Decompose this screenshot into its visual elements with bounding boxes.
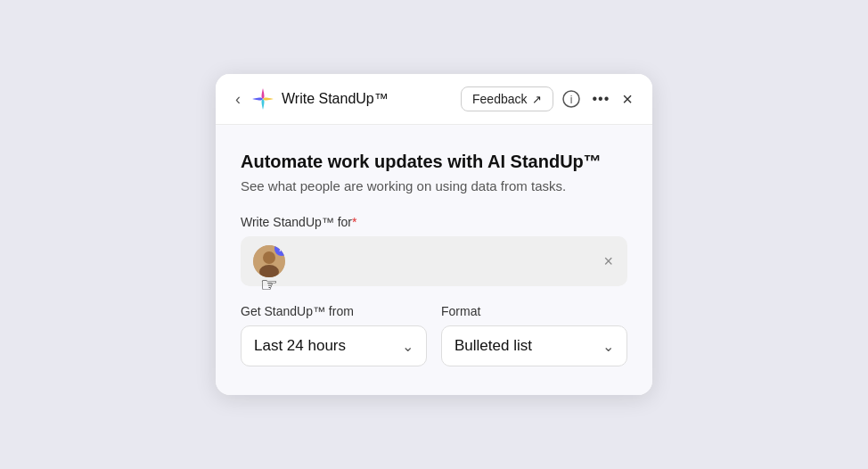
user-select-box[interactable]: × ☞ × bbox=[241, 236, 627, 286]
header-actions: Feedback ↗ i ••• × bbox=[461, 86, 636, 111]
more-button[interactable]: ••• bbox=[589, 87, 614, 111]
subtitle: See what people are working on using dat… bbox=[241, 178, 627, 193]
format-dropdown[interactable]: Bulleted list ⌄ bbox=[441, 325, 627, 366]
standup-logo-icon bbox=[251, 87, 274, 111]
for-label: Write StandUp™ for* bbox=[241, 215, 627, 229]
from-field-group: Get StandUp™ from Last 24 hours ⌄ bbox=[241, 304, 427, 366]
header-title: Write StandUp™ bbox=[282, 91, 389, 107]
from-chevron-down-icon: ⌄ bbox=[402, 338, 414, 355]
close-button[interactable]: × bbox=[618, 86, 636, 111]
format-chevron-down-icon: ⌄ bbox=[602, 338, 614, 355]
info-icon: i bbox=[562, 90, 580, 108]
format-label: Format bbox=[441, 304, 627, 318]
external-link-icon: ↗ bbox=[532, 93, 542, 106]
more-icon: ••• bbox=[593, 91, 610, 107]
back-button[interactable]: ‹ bbox=[232, 89, 244, 109]
row-fields: Get StandUp™ from Last 24 hours ⌄ Format… bbox=[241, 304, 627, 366]
avatar: × bbox=[253, 245, 285, 277]
format-value: Bulleted list bbox=[454, 337, 532, 355]
from-label: Get StandUp™ from bbox=[241, 304, 427, 318]
panel-header: ‹ Write StandUp™ Feedback ↗ bbox=[216, 74, 652, 125]
main-panel: ‹ Write StandUp™ Feedback ↗ bbox=[216, 74, 652, 395]
panel-body: Automate work updates with AI StandUp™ S… bbox=[216, 125, 652, 395]
info-button[interactable]: i bbox=[559, 86, 584, 111]
from-dropdown[interactable]: Last 24 hours ⌄ bbox=[241, 325, 427, 366]
feedback-button[interactable]: Feedback ↗ bbox=[461, 86, 553, 111]
header-left: ‹ Write StandUp™ bbox=[232, 87, 454, 111]
close-icon: × bbox=[622, 89, 633, 109]
svg-text:i: i bbox=[569, 94, 572, 106]
main-title: Automate work updates with AI StandUp™ bbox=[241, 150, 627, 173]
format-field-group: Format Bulleted list ⌄ bbox=[441, 304, 627, 366]
from-value: Last 24 hours bbox=[254, 337, 346, 355]
feedback-label: Feedback bbox=[472, 92, 527, 106]
clear-button[interactable]: × bbox=[602, 251, 615, 273]
svg-point-3 bbox=[263, 251, 275, 264]
required-marker: * bbox=[352, 215, 356, 229]
user-chip: × ☞ bbox=[253, 245, 285, 277]
